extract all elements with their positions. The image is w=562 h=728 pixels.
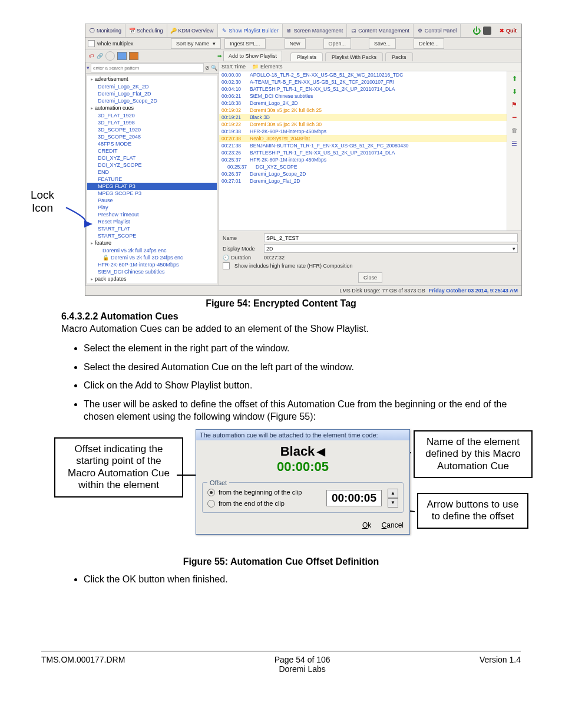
element-row[interactable]: 00:04:10BATTLESHIP_TLR-1_F_EN-XX_US_51_2… — [219, 85, 507, 93]
trash-icon[interactable]: 🗑 — [510, 126, 519, 135]
radio-from-end[interactable]: from the end of the clip — [207, 500, 320, 508]
element-row[interactable]: 00:19:22Doremi 30s v5 jpc 2K full 8ch 30 — [219, 121, 507, 128]
zoom-icon[interactable]: 🔍 — [211, 65, 217, 71]
tree-item[interactable]: HFR-2K-60P-1M-interop-450Mbps — [87, 261, 217, 268]
bullet-list-2: Click the OK button when finished. — [70, 573, 521, 586]
element-row[interactable]: 00:19:02Doremi 30s v5 jpc 2K full 8ch 25 — [219, 107, 507, 114]
intro-paragraph: Macro Automation Cues can be added to an… — [61, 323, 521, 335]
tab-playlist-with-packs[interactable]: Playlist With Packs — [325, 52, 383, 61]
arrow-right-icon[interactable]: ➡ — [217, 53, 222, 59]
tab-content-mgmt[interactable]: 🗂Content Management — [347, 24, 414, 37]
tree-item[interactable]: 3D_FLAT_1920 — [87, 112, 217, 119]
tree-item[interactable]: Doremi_Logo_Scope_2D — [87, 97, 217, 104]
tab-playlists[interactable]: Playlists — [290, 52, 323, 61]
tree-item[interactable]: Preshow Timeout — [87, 211, 217, 218]
tree-item[interactable]: pattern — [87, 283, 217, 284]
tab-control-panel[interactable]: ⚙Control Panel — [414, 24, 461, 37]
tree-item[interactable]: Play — [87, 204, 217, 211]
tab-screen-mgmt[interactable]: 🖥Screen Management — [283, 24, 348, 37]
remove-icon[interactable]: ━ — [510, 113, 519, 122]
tree-item[interactable]: FEATURE — [87, 176, 217, 183]
tab-packs[interactable]: Packs — [385, 52, 413, 61]
sort-dropdown[interactable]: Sort By Name▾ — [171, 38, 221, 49]
tree-item[interactable]: advertisement — [87, 75, 217, 83]
radio-from-beginning[interactable]: from the beginning of the clip — [207, 489, 320, 496]
box-icon-2[interactable] — [129, 52, 138, 60]
tree-item[interactable]: Doremi_Logo_Flat_2D — [87, 90, 217, 97]
tree-item[interactable]: Doremi v5 2k full 24fps enc — [87, 247, 217, 254]
tree-item[interactable]: 3D_SCOPE_2048 — [87, 133, 217, 140]
square-icon[interactable] — [483, 27, 491, 35]
flag-icon[interactable]: ⚑ — [510, 100, 519, 109]
content-tree[interactable]: advertisementDoremi_Logo_2K_2DDoremi_Log… — [87, 75, 217, 284]
power-icon[interactable]: ⏻ — [474, 28, 480, 34]
element-row[interactable]: 00:20:38RealD_3DSysTst_2048Flat — [219, 135, 507, 142]
tag-icon[interactable]: 🏷 — [89, 53, 94, 59]
search-input[interactable] — [91, 63, 204, 73]
tree-item[interactable]: 3D_SCOPE_1920 — [87, 126, 217, 133]
tab-kdm[interactable]: 🔑KDM Overview — [167, 24, 218, 37]
tree-item[interactable]: Doremi_Logo_2K_2D — [87, 83, 217, 90]
element-row[interactable]: 00:26:37Doremi_Logo_Scope_2D — [219, 170, 507, 177]
tree-item[interactable]: Pause — [87, 197, 217, 204]
tab-scheduling[interactable]: 📅Scheduling — [125, 24, 167, 37]
filter-dropdown-icon[interactable]: ▾ — [87, 65, 90, 71]
element-row[interactable]: 00:02:30A-TEAM_TLR-B_F_EN-XX_US-GB_51_2K… — [219, 78, 507, 85]
tab-monitoring[interactable]: 🖵Monitoring — [85, 24, 125, 37]
element-row[interactable]: 00:25:37DCI_XYZ_SCOPE — [219, 163, 507, 170]
tree-item[interactable]: 🔒Doremi v5 2k full 3D 24fps enc — [87, 254, 217, 261]
elements-list[interactable]: 00:00:00APOLLO-18_TLR-2_S_EN-XX_US-GB_51… — [219, 71, 507, 230]
offset-value[interactable]: 00:00:05 — [326, 490, 382, 506]
tree-item[interactable]: MPEG SCOPE P3 — [87, 190, 217, 197]
tree-item[interactable]: MPEG FLAT P3 — [87, 183, 217, 190]
ok-button[interactable]: Ok — [362, 521, 371, 529]
element-row[interactable]: 00:27:01Doremi_Logo_Flat_2D — [219, 177, 507, 185]
tree-item[interactable]: DCI_XYZ_FLAT — [87, 154, 217, 162]
quit-button[interactable]: ✖Quit — [495, 28, 521, 34]
open-button[interactable]: Open... — [323, 38, 352, 49]
delete-button[interactable]: Delete... — [414, 38, 444, 49]
box-icon-1[interactable] — [117, 52, 127, 60]
tree-item[interactable]: StEM_DCI Chinese subtitles — [87, 268, 217, 275]
element-row[interactable]: 00:23:26BATTLESHIP_TLR-1_F_EN-XX_US_51_2… — [219, 149, 507, 156]
new-button[interactable]: New — [285, 38, 306, 49]
link-icon[interactable]: 🔗 — [97, 53, 103, 59]
tree-item[interactable]: DCI_XYZ_SCOPE — [87, 162, 217, 169]
stepper-down[interactable]: ▼ — [388, 498, 398, 508]
tree-item[interactable]: START_FLAT — [87, 225, 217, 232]
hfr-checkbox[interactable]: Show includes high frame rate (HFR) Comp… — [223, 262, 518, 269]
move-down-icon[interactable]: ⬇ — [510, 87, 519, 96]
anno-arrows: Arrow buttons to use to define the offse… — [417, 493, 528, 529]
tree-item[interactable]: automation cues — [87, 104, 217, 112]
anno-offset: Offset indicating the starting point of … — [54, 437, 183, 498]
element-row[interactable]: 00:25:37HFR-2K-60P-1M-interop-450Mbps — [219, 156, 507, 163]
clear-search-icon[interactable]: ⊘ — [205, 65, 210, 71]
tree-item[interactable]: END — [87, 169, 217, 176]
ingest-spl-button[interactable]: Ingest SPL... — [224, 38, 266, 49]
tree-item[interactable]: feature — [87, 239, 217, 247]
display-mode-dropdown[interactable]: 2D▾ — [264, 244, 518, 253]
tree-item[interactable]: Reset Playlist — [87, 218, 217, 225]
tree-item[interactable]: 3D_FLAT_1998 — [87, 119, 217, 126]
element-row[interactable]: 00:21:38BENJAMIN-BUTTON_TLR-1_F_EN-XX_US… — [219, 142, 507, 149]
close-button[interactable]: Close — [358, 272, 382, 283]
whole-multiplex-checkbox[interactable]: whole multiplex — [88, 40, 134, 47]
add-to-playlist-button[interactable]: Add to Show Playlist — [223, 51, 282, 61]
circle-icon[interactable] — [105, 51, 115, 61]
tree-item[interactable]: CREDIT — [87, 147, 217, 154]
element-row[interactable]: 00:18:38Doremi_Logo_2K_2D — [219, 100, 507, 107]
tree-item[interactable]: 48FPS MODE — [87, 140, 217, 147]
element-row[interactable]: 00:00:00APOLLO-18_TLR-2_S_EN-XX_US-GB_51… — [219, 71, 507, 78]
move-up-icon[interactable]: ⬆ — [510, 74, 519, 83]
list-icon[interactable]: ☰ — [510, 139, 519, 148]
name-field[interactable] — [264, 233, 518, 242]
save-button[interactable]: Save... — [369, 38, 396, 49]
tree-item[interactable]: pack updates — [87, 275, 217, 283]
tree-item[interactable]: START_SCOPE — [87, 232, 217, 239]
element-row[interactable]: 00:19:38HFR-2K-60P-1M-interop-450Mbps — [219, 128, 507, 135]
tab-show-playlist[interactable]: ✎Show Playlist Builder — [218, 24, 283, 37]
element-row[interactable]: 00:19:21Black 3D — [219, 114, 507, 121]
stepper-up[interactable]: ▲ — [388, 489, 398, 498]
element-row[interactable]: 00:06:21StEM_DCI Chinese subtitles — [219, 93, 507, 100]
cancel-button[interactable]: Cancel — [382, 521, 404, 529]
